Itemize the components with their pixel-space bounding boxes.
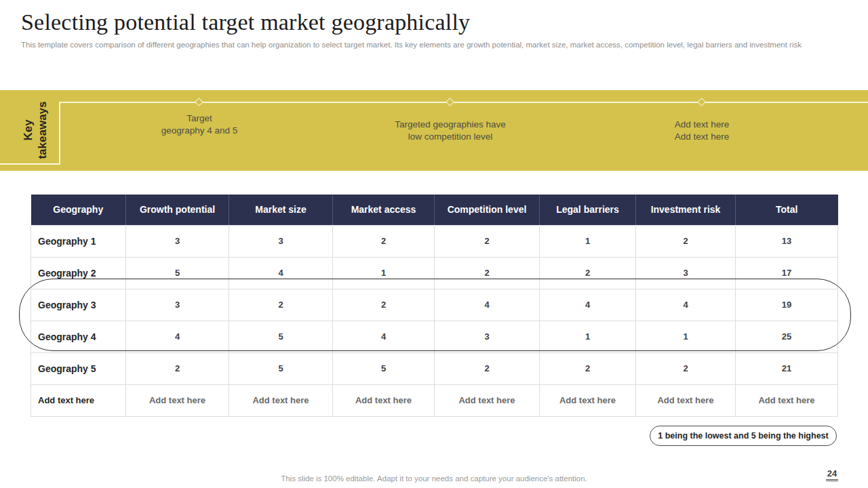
table-cell[interactable]: Add text here	[736, 384, 838, 416]
slide-header: Selecting potential target market geogra…	[21, 9, 848, 49]
table-cell: 1	[333, 257, 435, 289]
row-label: Geography 1	[31, 225, 126, 257]
table-cell: 2	[540, 352, 636, 384]
table-row: Geography 525522221	[31, 352, 838, 384]
table-cell: 2	[333, 289, 435, 321]
table-cell: 3	[229, 225, 333, 257]
row-label: Geography 4	[31, 321, 126, 352]
row-label[interactable]: Add text here	[31, 384, 126, 416]
column-header: Market access	[333, 195, 435, 225]
column-header: Growth potential	[126, 195, 229, 225]
diamond-marker-icon	[697, 98, 706, 106]
takeaway-1-line1: Target	[161, 113, 238, 125]
table-row: Geography 254122317	[31, 257, 838, 289]
takeaway-3-line1[interactable]: Add text here	[675, 119, 729, 131]
table-cell: 25	[736, 321, 838, 352]
table-cell: 17	[736, 257, 838, 289]
rating-legend-badge: 1 being the lowest and 5 being the highe…	[650, 426, 837, 446]
table-cell: 3	[126, 289, 229, 321]
table-cell[interactable]: Add text here	[636, 384, 736, 416]
table-header-row: GeographyGrowth potentialMarket sizeMark…	[31, 195, 838, 225]
column-header: Investment risk	[636, 195, 736, 225]
table-cell: 2	[540, 257, 636, 289]
column-header: Legal barriers	[540, 195, 636, 225]
page-title: Selecting potential target market geogra…	[21, 9, 848, 35]
table-cell: 5	[229, 321, 333, 352]
page-number: 24	[821, 468, 844, 481]
key-takeaways-label-line1: Key	[21, 119, 35, 140]
table-row: Add text hereAdd text hereAdd text hereA…	[31, 384, 838, 416]
table-cell[interactable]: Add text here	[435, 384, 540, 416]
column-header: Geography	[31, 195, 126, 225]
page-subtitle: This template covers comparison of diffe…	[21, 41, 848, 49]
table-cell: 4	[333, 321, 435, 352]
table-cell: 21	[736, 352, 838, 384]
column-header: Total	[736, 195, 838, 225]
table-cell: 2	[435, 225, 540, 257]
diamond-marker-icon	[446, 98, 454, 106]
table-cell: 4	[126, 321, 229, 352]
takeaway-2-line2: low competition level	[395, 131, 506, 143]
table-cell: 2	[435, 257, 540, 289]
row-label: Geography 3	[31, 289, 126, 321]
table-cell: 13	[736, 225, 838, 257]
row-label: Geography 5	[31, 352, 126, 384]
takeaway-item-2: Targeted geographies have low competitio…	[395, 119, 506, 143]
takeaway-3-line2[interactable]: Add text here	[675, 131, 729, 143]
bracket-line-vertical	[59, 102, 60, 165]
table-cell: 4	[540, 289, 636, 321]
table-cell: 2	[636, 225, 736, 257]
column-header: Competition level	[435, 195, 540, 225]
takeaway-item-1: Target geography 4 and 5	[161, 113, 238, 137]
table-cell: 2	[435, 352, 540, 384]
table-cell: 5	[229, 352, 333, 384]
table-cell: 3	[435, 321, 540, 352]
takeaway-1-line2: geography 4 and 5	[161, 125, 238, 137]
geography-comparison-table: GeographyGrowth potentialMarket sizeMark…	[31, 195, 838, 417]
table-cell[interactable]: Add text here	[229, 384, 333, 416]
table-cell: 1	[636, 321, 736, 352]
footer-note: This slide is 100% editable. Adapt it to…	[0, 474, 868, 483]
table-cell: 1	[540, 225, 636, 257]
table-row: Geography 445431125	[31, 321, 838, 352]
row-label: Geography 2	[31, 257, 126, 289]
table-cell: 2	[229, 289, 333, 321]
table-row: Geography 332244419	[31, 289, 838, 321]
table-cell: 3	[636, 257, 736, 289]
bracket-line-bottom	[0, 163, 60, 165]
table-cell[interactable]: Add text here	[333, 384, 435, 416]
key-takeaways-label: Key takeaways	[15, 73, 56, 188]
takeaway-item-3[interactable]: Add text here Add text here	[675, 119, 729, 143]
table-cell: 1	[540, 321, 636, 352]
bracket-line-top	[59, 102, 868, 103]
table-cell: 4	[229, 257, 333, 289]
table-cell[interactable]: Add text here	[540, 384, 636, 416]
table-cell: 5	[333, 352, 435, 384]
table-cell: 4	[636, 289, 736, 321]
table-cell: 3	[126, 225, 229, 257]
rating-legend-text: 1 being the lowest and 5 being the highe…	[658, 431, 828, 441]
table-cell: 5	[126, 257, 229, 289]
key-takeaways-banner: Key takeaways Target geography 4 and 5 T…	[0, 90, 868, 171]
table-row: Geography 133221213	[31, 225, 838, 257]
table-cell: 4	[435, 289, 540, 321]
table-cell: 2	[126, 352, 229, 384]
takeaway-2-line1: Targeted geographies have	[395, 119, 506, 131]
table-cell: 19	[736, 289, 838, 321]
column-header: Market size	[229, 195, 333, 225]
table-cell: 2	[636, 352, 736, 384]
key-takeaways-label-line2: takeaways	[35, 101, 50, 159]
table-cell: 2	[333, 225, 435, 257]
diamond-marker-icon	[195, 98, 203, 106]
table-cell[interactable]: Add text here	[126, 384, 229, 416]
